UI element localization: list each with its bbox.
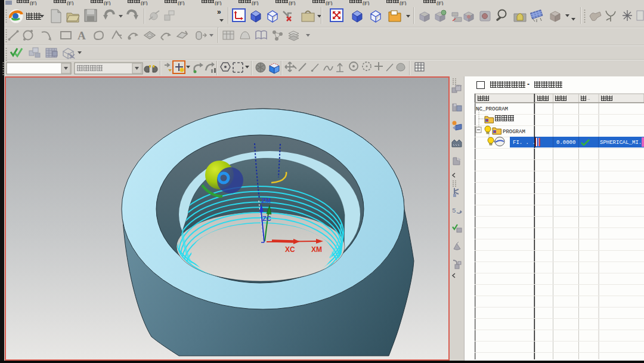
svg-text:5: 5	[452, 207, 456, 214]
svg-text:A: A	[78, 29, 86, 42]
svg-text:ZM: ZM	[261, 197, 271, 204]
svg-text:»: »	[217, 8, 221, 16]
svg-text:ZC: ZC	[262, 215, 271, 222]
svg-text:XC: XC	[285, 245, 295, 254]
svg-text:XM: XM	[311, 245, 322, 254]
